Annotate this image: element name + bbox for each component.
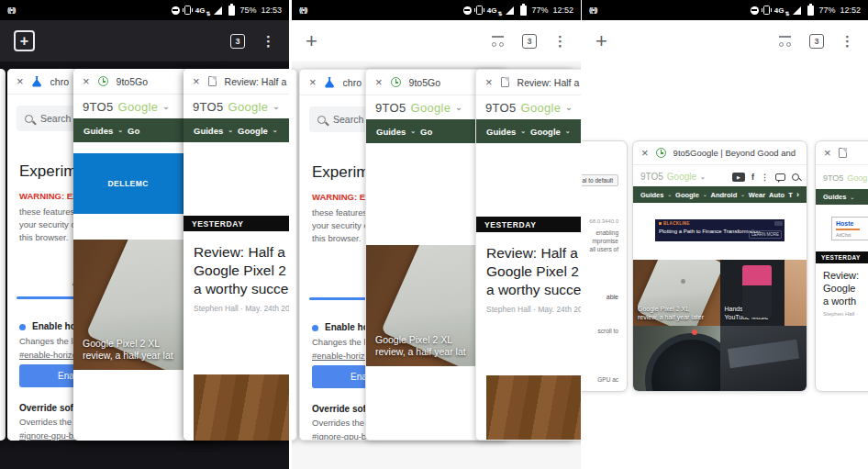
nav-item-wear[interactable]: Wear [749,191,765,199]
article-headline[interactable]: Review: Google a worth [823,270,859,307]
tab-card-review-article[interactable]: × 9TO5Goog Guides ⌄ Hoste AdChoi YESTERD… [815,140,868,392]
caption-line: Google Pixel 2 XL [638,305,704,313]
tab-card-edge[interactable] [292,69,297,441]
hotspot-icon [589,6,602,16]
hotspot-icon [299,6,312,16]
ad-link[interactable]: Hoste [836,220,853,227]
search-icon [25,115,33,123]
more-icon[interactable]: ⋮ [761,173,769,182]
photo-wood-desk [486,375,581,441]
new-tab-button[interactable]: + [14,30,35,51]
nav-item-auto[interactable]: Auto [769,191,785,199]
chevron-down-icon[interactable]: ⌄ [273,102,280,111]
flag-link[interactable]: #ignore-gpu-bla [312,431,373,441]
search-icon[interactable] [792,173,799,181]
close-tab-icon[interactable]: × [641,147,649,159]
nav-item-google[interactable]: Go [128,126,139,136]
chevron-right-icon[interactable]: › [796,190,799,199]
nav-item-google[interactable]: Google [238,126,268,136]
photo-pixel2xl[interactable]: Google Pixel 2 XL review, a half year la… [633,260,720,326]
tab-title: 9to5Go [117,76,148,87]
flag-link[interactable]: #ignore-gpu-bla [19,430,81,441]
site-nav: Guides ⌄ [816,189,868,205]
tab-card-review-article[interactable]: × Review: Half a year 9TO5Google ⌄ Guide… [475,69,581,441]
nav-item-guides[interactable]: Guides [486,127,516,137]
caption-line: Google Pixel 2 XL [83,338,173,351]
caption-line: review, a half year lat [83,350,173,363]
ad-underline [836,229,860,230]
comments-icon[interactable] [775,173,785,181]
tab-card-9to5google-home[interactable]: × 9to5Google | Beyond Good and Evil 9TO5… [632,140,807,392]
logo-text: Google [520,101,561,115]
reset-all-button[interactable]: al to default [582,174,618,186]
hosting-ad-box[interactable]: Hoste AdChoi [831,217,868,240]
chevron-down-icon: ⌄ [565,128,571,135]
tab-count-button[interactable]: 3 [230,34,245,49]
close-tab-icon[interactable]: × [309,76,317,88]
nav-item-guides[interactable]: Guides [194,126,223,136]
nav-item-android[interactable]: Android [711,191,738,199]
status-bar: 4G 75% 12:53 [0,0,289,20]
menu-button[interactable]: ⋮ [553,36,567,47]
photo-youtube-music[interactable]: Hands on: New YouTube Music [720,260,807,326]
nav-item-guides[interactable]: Guides [640,191,663,199]
tab-switcher: × chro Search fl Experime WARNING: EX th… [292,61,581,469]
headline-line: Review: Half a [486,244,581,262]
close-tab-icon[interactable]: × [83,75,90,87]
site-logo: 9TO5Google ⌄ [476,95,581,119]
tab-count-button[interactable]: 3 [809,34,824,49]
headline-line: Review: Half a [194,243,288,262]
chevron-down-icon[interactable]: ⌄ [162,102,170,111]
site-favicon-icon [656,148,666,158]
tab-card-review-article[interactable]: × Review: Half a year 9TO5Google ⌄ Guide… [184,69,289,441]
nav-item-guides[interactable]: Guides [83,126,113,136]
article-headline[interactable]: Review: Half a Google Pixel 2 a worthy s… [194,243,288,298]
chevron-down-icon[interactable]: ⌄ [700,173,706,181]
blackline-ad-banner[interactable]: BLACKLINE Plotting a Path to Finance Tra… [655,219,785,241]
nav-item-guides[interactable]: Guides [823,193,846,201]
nav-item-guides[interactable]: Guides [376,127,406,137]
tab-layout-toggle-icon[interactable] [777,35,793,47]
nav-item-tv[interactable]: T [788,191,793,199]
adchoices-icon[interactable] [774,221,783,226]
menu-button[interactable]: ⋮ [262,36,275,47]
tab-count-button[interactable]: 3 [522,34,537,49]
tab-card-header: × 9to5Google | Beyond Good and Evil [633,141,807,165]
status-time: 12:53 [261,6,282,15]
chevron-down-icon: ⌄ [228,127,233,134]
tab-card-flags[interactable]: al to default 68.0.3440.0 enabling mprom… [582,140,628,392]
nav-item-google[interactable]: Google [675,191,699,199]
new-tab-button[interactable]: + [306,32,317,50]
new-tab-button[interactable]: + [595,32,607,50]
facebook-icon[interactable]: f [751,173,754,182]
close-tab-icon[interactable]: × [824,147,831,159]
tab-layout-toggle-icon[interactable] [490,35,506,47]
youtube-icon[interactable]: ▶ [732,173,745,182]
ad-cta-button[interactable]: LEARN MORE [749,230,782,239]
photo-laptop[interactable] [720,326,807,392]
close-tab-icon[interactable]: × [17,75,24,87]
battery-percent: 75% [239,6,256,15]
warning-text: WARNING: EX [19,191,78,201]
battery-percent: 77% [818,6,835,15]
menu-button[interactable]: ⋮ [840,36,854,47]
nav-item-google[interactable]: Google [530,127,561,137]
flag-link[interactable]: #enable-horizo [312,351,370,361]
adchoices-text: AdChoi [836,232,851,238]
chevron-down-icon[interactable]: ⌄ [455,103,462,112]
flag-description: Overrides the b [19,417,79,427]
site-nav: Guides ⌄ Google ⌄ [184,118,289,142]
caption-line: Google Pixel 2 XL [375,334,466,347]
bullet-icon [312,325,318,331]
flag-link[interactable]: #enable-horizo [19,350,77,360]
tab-available[interactable]: able [606,294,618,300]
photo-smartwatch[interactable] [633,326,720,392]
article-headline[interactable]: Review: Half a Google Pixel 2 a worthy s… [486,244,581,299]
nav-item-google[interactable]: Go [420,127,432,137]
chevron-down-icon[interactable]: ⌄ [565,103,573,112]
close-tab-icon[interactable]: × [485,76,493,88]
search-icon [317,116,326,124]
close-tab-icon[interactable]: × [375,76,383,88]
close-tab-icon[interactable]: × [193,75,200,87]
tab-card-edge[interactable] [0,69,6,441]
